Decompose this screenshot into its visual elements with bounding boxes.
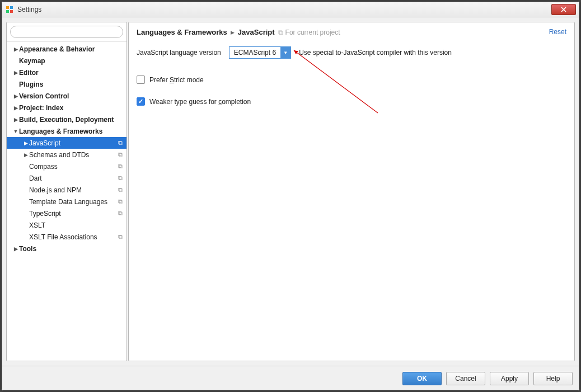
- app-icon: [5, 5, 14, 14]
- tree-item[interactable]: Compass⧉: [7, 160, 126, 172]
- search-input[interactable]: [10, 26, 123, 38]
- close-icon: [561, 7, 566, 12]
- tree-item-label: JavaScript: [29, 139, 116, 147]
- project-scope-icon: ⧉: [116, 186, 124, 194]
- project-scope-icon: ⧉: [116, 198, 124, 206]
- strict-mode-row: Prefer Strict mode: [137, 75, 566, 84]
- tree-item[interactable]: XSLT File Associations⧉: [7, 231, 126, 243]
- tree-item[interactable]: ▶Tools: [7, 243, 126, 254]
- project-scope-icon: ⧉: [116, 233, 124, 241]
- tree-item[interactable]: ▶Project: index: [7, 102, 126, 114]
- project-scope-icon: ⧉: [116, 151, 124, 159]
- tree-item[interactable]: Dart⧉: [7, 172, 126, 184]
- dropdown-icon: ▼: [280, 47, 290, 58]
- settings-tree[interactable]: ▶Appearance & BehaviorKeymap▶EditorPlugi…: [7, 42, 126, 361]
- svg-rect-1: [10, 6, 13, 9]
- project-scope-icon: ⧉: [116, 163, 124, 171]
- weaker-type-label[interactable]: Weaker type guess for completion: [149, 98, 251, 106]
- chevron-right-icon: ▶: [12, 93, 19, 99]
- chevron-right-icon: ▶: [12, 70, 19, 75]
- content-area: ▶Appearance & BehaviorKeymap▶EditorPlugi…: [2, 17, 579, 366]
- weaker-type-checkbox[interactable]: [137, 97, 145, 106]
- settings-window: Settings ▶Appearance & BehaviorKeymap▶Ed…: [1, 1, 580, 391]
- tree-item[interactable]: ▼Languages & Frameworks: [7, 125, 126, 137]
- reset-link[interactable]: Reset: [549, 28, 566, 36]
- tree-item-label: Appearance & Behavior: [19, 45, 124, 53]
- ok-button[interactable]: OK: [402, 372, 442, 385]
- lang-version-value: ECMAScript 6: [229, 47, 280, 58]
- close-button[interactable]: [551, 4, 576, 15]
- tree-item[interactable]: ▶Build, Execution, Deployment: [7, 114, 126, 125]
- tree-item[interactable]: Template Data Languages⧉: [7, 196, 126, 207]
- weaker-type-row: Weaker type guess for completion: [137, 97, 566, 106]
- sidebar: ▶Appearance & BehaviorKeymap▶EditorPlugi…: [6, 22, 127, 361]
- button-bar: OK Cancel Apply Help: [2, 366, 579, 390]
- tree-item[interactable]: ▶Editor: [7, 67, 126, 78]
- copy-icon: ⧉: [278, 29, 283, 36]
- chevron-right-icon: ▶: [12, 46, 19, 52]
- tree-item[interactable]: TypeScript⧉: [7, 207, 126, 219]
- breadcrumb-current: JavaScript: [238, 28, 275, 36]
- tree-item-label: TypeScript: [29, 210, 116, 218]
- chevron-down-icon: ▼: [12, 129, 19, 134]
- tree-item-label: Compass: [29, 163, 116, 171]
- tree-item[interactable]: ▶Appearance & Behavior: [7, 43, 126, 55]
- strict-mode-checkbox[interactable]: [137, 75, 145, 84]
- tree-item[interactable]: ▶JavaScript⧉: [7, 137, 126, 149]
- window-title: Settings: [17, 6, 551, 13]
- chevron-right-icon: ▶: [12, 246, 19, 252]
- cancel-button[interactable]: Cancel: [446, 372, 485, 385]
- apply-button[interactable]: Apply: [490, 372, 529, 385]
- tree-item[interactable]: Plugins: [7, 78, 126, 90]
- strict-mode-label[interactable]: Prefer Strict mode: [149, 76, 204, 84]
- tree-item[interactable]: Keymap: [7, 55, 126, 67]
- compiler-hint: Use special to-JavaScript compiler with …: [299, 49, 452, 56]
- tree-item-label: Tools: [19, 245, 124, 253]
- project-scope-icon: ⧉: [116, 210, 124, 218]
- tree-item[interactable]: Node.js and NPM⧉: [7, 184, 126, 196]
- tree-item-label: Keymap: [19, 57, 124, 65]
- project-scope-icon: ⧉: [116, 174, 124, 182]
- tree-item-label: Version Control: [19, 92, 124, 100]
- tree-item-label: XSLT File Associations: [29, 233, 116, 241]
- lang-version-select[interactable]: ECMAScript 6 ▼: [229, 46, 291, 59]
- tree-item[interactable]: ▶Version Control: [7, 90, 126, 102]
- tree-item-label: Node.js and NPM: [29, 186, 116, 194]
- tree-item-label: Editor: [19, 69, 124, 77]
- chevron-right-icon: ▶: [12, 105, 19, 111]
- lang-version-row: JavaScript language version ECMAScript 6…: [137, 46, 566, 59]
- chevron-right-icon: ▶: [22, 152, 29, 158]
- tree-item-label: Build, Execution, Deployment: [19, 116, 124, 124]
- help-button[interactable]: Help: [533, 372, 573, 385]
- tree-item-label: Schemas and DTDs: [29, 151, 116, 159]
- tree-item[interactable]: ▶Schemas and DTDs⧉: [7, 149, 126, 160]
- chevron-right-icon: ▶: [231, 30, 235, 35]
- svg-rect-3: [10, 10, 13, 13]
- chevron-right-icon: ▶: [22, 140, 29, 146]
- project-scope-icon: ⧉: [116, 139, 124, 147]
- scope-hint: ⧉ For current project: [278, 29, 340, 36]
- chevron-right-icon: ▶: [12, 117, 19, 122]
- tree-item-label: Languages & Frameworks: [19, 127, 124, 135]
- search-area: [7, 22, 126, 42]
- svg-rect-0: [6, 6, 9, 9]
- tree-item-label: Project: index: [19, 104, 124, 112]
- tree-item-label: Plugins: [19, 81, 124, 88]
- tree-item-label: Template Data Languages: [29, 198, 116, 206]
- tree-item-label: XSLT: [29, 221, 124, 229]
- tree-item[interactable]: XSLT: [7, 219, 126, 231]
- svg-rect-2: [6, 10, 9, 13]
- breadcrumb: Languages & Frameworks ▶ JavaScript ⧉ Fo…: [137, 28, 566, 36]
- main-panel: Languages & Frameworks ▶ JavaScript ⧉ Fo…: [128, 22, 575, 361]
- tree-item-label: Dart: [29, 174, 116, 182]
- titlebar: Settings: [2, 2, 579, 17]
- breadcrumb-parent[interactable]: Languages & Frameworks: [137, 28, 227, 36]
- lang-version-label: JavaScript language version: [137, 49, 221, 56]
